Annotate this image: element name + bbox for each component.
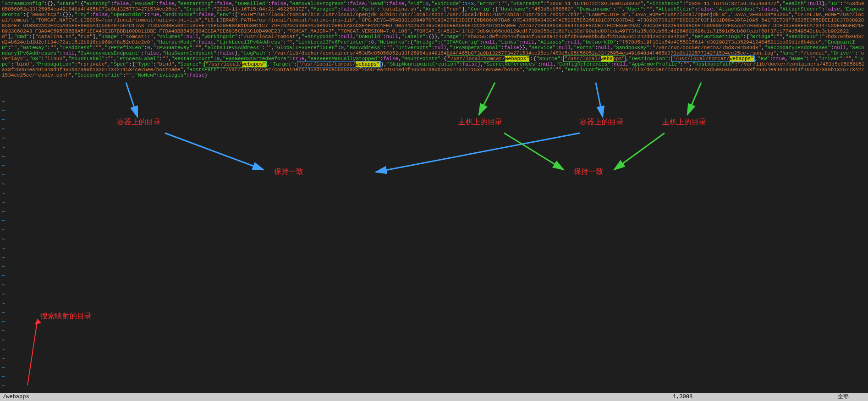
vim-scroll-pos: 全部 (838, 393, 865, 401)
arrow-green-2 (687, 83, 701, 115)
label-host-dir-2: 主机上的目录 (662, 119, 706, 125)
label-container-dir-1: 容器上的目录 (117, 119, 161, 125)
vim-search-text[interactable]: /webapps (3, 393, 673, 401)
vim-cursor-pos: 1,3008 (673, 393, 838, 401)
json-output-text: "StreamConfig":{},"State":{"Running":fal… (0, 0, 868, 79)
vim-status-bar: /webapps 1,3008 全部 (0, 393, 868, 401)
arrow-green-long-right (504, 133, 564, 170)
label-consistent-2: 保持一致 (574, 169, 603, 174)
arrow-blue-long-right (165, 133, 264, 170)
arrow-search (27, 319, 38, 385)
label-consistent-1: 保持一致 (274, 169, 303, 174)
arrow-blue-long-left (376, 133, 580, 172)
arrow-blue-1 (126, 83, 137, 117)
svg-marker-1 (35, 319, 41, 324)
arrow-green-1 (479, 83, 495, 115)
vim-tilde-lines: ~ ~ ~ ~ ~ ~ ~ ~ ~ ~ ~ ~ ~ ~ ~ ~ ~ ~ ~ ~ … (2, 97, 5, 391)
arrow-blue-2 (596, 83, 603, 117)
arrow-green-long-left (614, 133, 665, 170)
label-container-dir-2: 容器上的目录 (580, 119, 624, 125)
label-host-dir-1: 主机上的目录 (458, 119, 502, 125)
label-search-mapped-dir: 搜索映射的目录 (40, 313, 92, 319)
